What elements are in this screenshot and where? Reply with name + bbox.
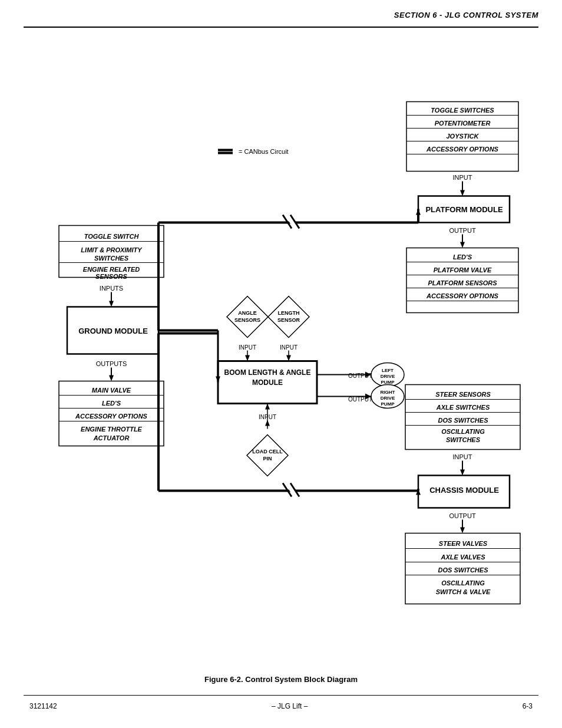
engine-throttle-label: ENGINE THROTTLE: [81, 426, 143, 433]
right-pump-label1: RIGHT: [381, 390, 395, 395]
potentiometer-label: POTENTIOMETER: [435, 120, 491, 127]
right-pump-label3: PUMP: [381, 401, 395, 407]
svg-marker-8: [460, 190, 465, 196]
load-cell-label2: PIN: [263, 456, 272, 462]
oscillating-switches-label2: SWITCHES: [446, 436, 481, 443]
toggle-switches-label: TOGGLE SWITCHES: [431, 107, 494, 114]
main-valve-label: MAIN VALVE: [92, 387, 131, 394]
platform-valve-label: PLATFORM VALVE: [434, 266, 492, 274]
steer-sensors-label: STEER SENSORS: [435, 391, 491, 398]
footer-brand: – JLG Lift –: [272, 702, 308, 710]
leds-ground-label: LED'S: [102, 400, 121, 407]
platform-sensors-label: PLATFORM SENSORS: [428, 279, 497, 286]
axle-valves-label: AXLE VALVES: [441, 554, 486, 561]
oscillating-switch-valve-label: OSCILLATING: [441, 579, 485, 587]
leds-platform-label: LED'S: [453, 253, 472, 261]
switches-label: SWITCHES: [94, 255, 129, 262]
steer-valves-label: STEER VALVES: [439, 540, 488, 547]
footer: 3121142 – JLG Lift – 6-3: [0, 702, 562, 710]
footer-page-number: 6-3: [523, 702, 533, 710]
load-cell-label: LOAD CELL: [252, 449, 283, 454]
svg-marker-52: [460, 470, 465, 476]
outputs-label-ground: OUTPUTS: [96, 360, 127, 367]
accessory-options-ground-label: ACCESSORY OPTIONS: [75, 413, 148, 420]
left-pump-label3: PUMP: [381, 380, 395, 385]
canbus-legend: = CANbus Circuit: [239, 148, 289, 155]
platform-module-label: PLATFORM MODULE: [425, 205, 503, 214]
left-pump-label2: DRIVE: [381, 374, 395, 379]
svg-marker-21: [109, 301, 114, 307]
svg-marker-11: [460, 242, 465, 248]
dos-switches-label: DOS SWITCHES: [438, 417, 489, 424]
joystick-label: JOYSTICK: [446, 133, 479, 140]
oscillating-switches-label: OSCILLATING: [441, 428, 485, 435]
input-label-platform: INPUT: [453, 174, 472, 181]
toggle-switch-label: TOGGLE SWITCH: [84, 233, 140, 240]
engine-related-label: ENGINE RELATED: [83, 266, 140, 273]
ground-module-label: GROUND MODULE: [78, 327, 148, 335]
actuator-label: ACTUATOR: [93, 434, 130, 442]
length-sensor-label: LENGTH: [278, 310, 300, 316]
angle-sensors-label: ANGLE: [238, 310, 257, 316]
oscillating-switch-valve-label2: SWITCH & VALVE: [436, 588, 491, 595]
accessory-options-platform-label: ACCESSORY OPTIONS: [426, 146, 499, 153]
boom-module-label2: MODULE: [252, 378, 283, 387]
svg-marker-55: [460, 528, 465, 533]
svg-marker-37: [265, 420, 270, 426]
sensors-label: SENSORS: [95, 273, 127, 280]
limit-proximity-label: LIMIT & PROXIMITY: [81, 246, 143, 253]
input-label-chassis: INPUT: [453, 453, 472, 460]
boom-module-label1: BOOM LENGTH & ANGLE: [224, 368, 311, 377]
inputs-label-ground: INPUTS: [100, 285, 123, 292]
block-diagram: = CANbus Circuit TOGGLE SWITCHES POTENTI…: [24, 35, 538, 687]
right-pump-label2: DRIVE: [381, 396, 395, 401]
input-length: INPUT: [280, 344, 297, 351]
header-divider: [24, 27, 538, 28]
section-title: SECTION 6 - JLG CONTROL SYSTEM: [394, 11, 538, 19]
angle-sensors-label2: SENSORS: [234, 317, 260, 323]
output-label-chassis: OUTPUT: [449, 512, 476, 519]
left-pump-label1: LEFT: [382, 368, 394, 373]
axle-switches-label: AXLE SWITCHES: [436, 404, 490, 411]
svg-marker-24: [109, 375, 114, 381]
length-sensor-label2: SENSOR: [277, 317, 300, 323]
input-angle: INPUT: [239, 344, 256, 351]
accessory-options-platform-out-label: ACCESSORY OPTIONS: [426, 292, 499, 299]
output-label-platform: OUTPUT: [449, 227, 476, 234]
footer-divider: [24, 695, 538, 696]
chassis-module-label: CHASSIS MODULE: [429, 486, 499, 495]
footer-doc-number: 3121142: [29, 702, 57, 710]
dos-switches-out-label: DOS SWITCHES: [438, 566, 489, 574]
